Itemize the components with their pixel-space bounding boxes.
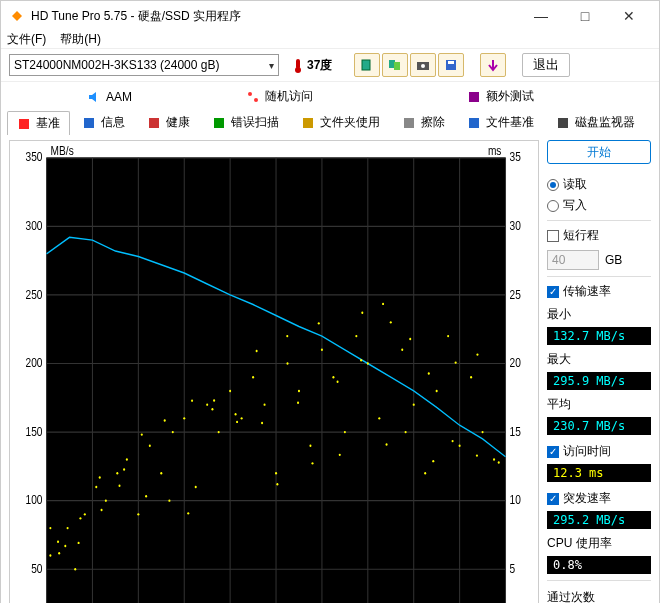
minimize-button[interactable]: — <box>519 1 563 31</box>
svg-rect-18 <box>469 118 479 128</box>
svg-point-1 <box>295 67 301 73</box>
svg-text:15: 15 <box>510 425 521 438</box>
tab-icon <box>212 116 226 130</box>
benchmark-chart: 0501001502002503003500510152025303502400… <box>9 140 539 603</box>
drive-select[interactable]: ST24000NM002H-3KS133 (24000 gB) ▾ <box>9 54 279 76</box>
tab-icon <box>147 116 161 130</box>
svg-point-141 <box>405 431 407 433</box>
toolbar: ST24000NM002H-3KS133 (24000 gB) ▾ 37度 退出 <box>1 48 659 82</box>
menu-help[interactable]: 帮助(H) <box>60 31 101 48</box>
snapshot-button[interactable] <box>410 53 436 77</box>
check-transfer-rate[interactable]: ✓传输速率 <box>547 283 651 300</box>
svg-point-147 <box>455 361 457 363</box>
check-access-time[interactable]: ✓访问时间 <box>547 443 651 460</box>
svg-point-121 <box>297 402 299 404</box>
check-short-stroke[interactable]: 短行程 <box>547 227 651 244</box>
svg-text:30: 30 <box>510 219 521 232</box>
tab-icon <box>556 116 570 130</box>
tab-info[interactable]: 信息 <box>72 110 135 134</box>
svg-point-139 <box>409 338 411 340</box>
svg-point-79 <box>64 545 66 547</box>
svg-point-115 <box>261 422 263 424</box>
svg-point-106 <box>218 431 220 433</box>
svg-point-78 <box>67 527 69 529</box>
start-button[interactable]: 开始 <box>547 140 651 164</box>
tab-error[interactable]: 错误扫描 <box>202 110 289 134</box>
svg-rect-14 <box>149 118 159 128</box>
svg-point-107 <box>211 408 213 410</box>
copy-screenshot-button[interactable] <box>382 53 408 77</box>
svg-point-10 <box>254 98 258 102</box>
tabs-row-1: AAM 随机访问 额外测试 <box>1 82 659 108</box>
maximize-button[interactable]: □ <box>563 1 607 31</box>
svg-point-83 <box>79 517 81 519</box>
sidebar: 开始 读取 写入 短行程 40 GB ✓传输速率 最小 132.7 MB/s 最… <box>547 140 651 603</box>
stat-avg: 230.7 MB/s <box>547 417 651 435</box>
svg-point-120 <box>298 390 300 392</box>
svg-point-124 <box>321 349 323 351</box>
svg-point-123 <box>311 462 313 464</box>
window-title: HD Tune Pro 5.75 - 硬盘/SSD 实用程序 <box>31 8 519 25</box>
svg-point-92 <box>137 513 139 515</box>
svg-point-87 <box>99 476 101 478</box>
checkbox-icon: ✓ <box>547 446 559 458</box>
svg-point-149 <box>452 440 454 442</box>
copy-info-button[interactable] <box>354 53 380 77</box>
svg-point-101 <box>191 399 193 401</box>
titlebar: HD Tune Pro 5.75 - 硬盘/SSD 实用程序 — □ ✕ <box>1 1 659 31</box>
options-button[interactable] <box>480 53 506 77</box>
radio-icon <box>547 179 559 191</box>
svg-point-93 <box>145 495 147 497</box>
svg-point-86 <box>105 499 107 501</box>
exit-button[interactable]: 退出 <box>522 53 570 77</box>
svg-point-122 <box>309 445 311 447</box>
svg-text:50: 50 <box>31 562 42 575</box>
svg-point-90 <box>126 458 128 460</box>
svg-rect-23 <box>10 141 538 158</box>
tab-benchmark[interactable]: 基准 <box>7 111 70 135</box>
svg-point-142 <box>424 472 426 474</box>
svg-point-95 <box>141 433 143 435</box>
svg-point-144 <box>436 390 438 392</box>
svg-point-88 <box>116 472 118 474</box>
svg-text:350: 350 <box>26 151 43 164</box>
radio-write[interactable]: 写入 <box>547 197 651 214</box>
extra-icon <box>467 90 481 104</box>
tab-aam[interactable]: AAM <box>77 84 142 108</box>
svg-point-91 <box>118 485 120 487</box>
tab-folder[interactable]: 文件夹使用 <box>291 110 390 134</box>
svg-point-74 <box>49 554 51 556</box>
tab-extra[interactable]: 额外测试 <box>457 84 544 108</box>
stat-max: 295.9 MB/s <box>547 372 651 390</box>
check-burst-rate[interactable]: ✓突发速率 <box>547 490 651 507</box>
close-button[interactable]: ✕ <box>607 1 651 31</box>
label-cpu: CPU 使用率 <box>547 535 651 552</box>
svg-point-84 <box>95 486 97 488</box>
svg-rect-12 <box>19 119 29 129</box>
svg-rect-11 <box>469 92 479 102</box>
svg-point-103 <box>187 512 189 514</box>
svg-point-80 <box>74 568 76 570</box>
svg-point-112 <box>252 376 254 378</box>
tab-random[interactable]: 随机访问 <box>236 84 323 108</box>
app-window: HD Tune Pro 5.75 - 硬盘/SSD 实用程序 — □ ✕ 文件(… <box>0 0 660 603</box>
tabs-row-2: 基准信息健康错误扫描文件夹使用擦除文件基准磁盘监视器 <box>1 108 659 134</box>
random-icon <box>246 90 260 104</box>
svg-rect-21 <box>506 141 538 603</box>
svg-point-81 <box>78 542 80 544</box>
svg-point-94 <box>149 445 151 447</box>
tab-monitor[interactable]: 磁盘监视器 <box>546 110 645 134</box>
svg-rect-4 <box>394 62 400 70</box>
svg-point-143 <box>432 460 434 462</box>
tab-filebench[interactable]: 文件基准 <box>457 110 544 134</box>
svg-point-128 <box>344 431 346 433</box>
tab-health[interactable]: 健康 <box>137 110 200 134</box>
save-button[interactable] <box>438 53 464 77</box>
svg-text:250: 250 <box>26 288 43 301</box>
menu-file[interactable]: 文件(F) <box>7 31 46 48</box>
svg-point-102 <box>195 486 197 488</box>
temperature-display: 37度 <box>287 55 338 76</box>
radio-read[interactable]: 读取 <box>547 176 651 193</box>
svg-point-126 <box>332 376 334 378</box>
tab-erase[interactable]: 擦除 <box>392 110 455 134</box>
